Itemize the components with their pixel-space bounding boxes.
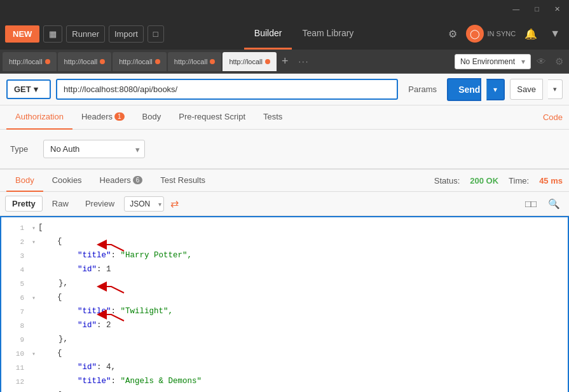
url-tab-3[interactable]: http://locall <box>168 52 222 71</box>
save-chevron-button[interactable]: ▾ <box>548 79 563 99</box>
runner-button[interactable]: Runner <box>66 25 105 43</box>
add-tab-button[interactable]: + <box>278 53 292 69</box>
json-line-content: "id": 1 <box>39 263 111 276</box>
params-button[interactable]: Params <box>403 82 442 97</box>
json-line: 5 }, <box>1 277 568 291</box>
settings-icon[interactable]: ⚙ <box>444 25 461 43</box>
close-button[interactable]: ✕ <box>551 4 564 15</box>
method-select[interactable]: GET ▾ <box>6 79 51 99</box>
auth-section: Type No Auth Basic Auth Bearer Token OAu… <box>0 130 569 169</box>
tab-body-response[interactable]: Body <box>6 169 43 192</box>
json-line: 12 "title": "Angels & Demons" <box>1 375 568 389</box>
auth-type-select-wrap: No Auth Basic Auth Bearer Token OAuth 2.… <box>43 140 145 158</box>
tab-headers[interactable]: Headers 1 <box>72 105 134 130</box>
output-container: 1▾[2▾ {3 "title": "Harry Potter",4 "id":… <box>0 216 569 392</box>
fold-indicator[interactable]: ▾ <box>32 349 36 360</box>
url-tab-2[interactable]: http://locall <box>113 52 167 71</box>
code-link[interactable]: Code <box>543 112 563 122</box>
url-tab-0[interactable]: http://locall <box>3 52 57 71</box>
tab-test-results-response[interactable]: Test Results <box>151 169 214 192</box>
tab-body[interactable]: Body <box>134 105 170 130</box>
format-pretty-tab[interactable]: Pretty <box>5 196 43 212</box>
url-tab-4[interactable]: http://locall <box>223 52 277 71</box>
json-line: 1▾[ <box>1 221 568 235</box>
environment-section: No Environment ▾ 👁 ⚙ <box>455 54 566 69</box>
sync-badge: ◯ IN SYNC <box>466 25 516 43</box>
send-chevron-button[interactable]: ▾ <box>486 79 505 100</box>
fold-indicator[interactable]: ▾ <box>32 293 36 304</box>
url-tabs-container: http://locallhttp://locallhttp://locallh… <box>3 52 277 71</box>
main-nav: Builder Team Library <box>168 18 441 50</box>
url-input[interactable] <box>56 79 398 100</box>
more-tabs-button[interactable]: ··· <box>293 55 314 67</box>
maximize-button[interactable]: □ <box>531 4 543 14</box>
time-value: 45 ms <box>539 176 563 186</box>
search-button[interactable]: 🔍 <box>544 196 564 212</box>
json-line-content: "title": "Angels & Demons" <box>39 375 202 388</box>
copy-button[interactable]: □□ <box>521 196 540 212</box>
json-line-content: { <box>38 235 62 248</box>
status-value: 200 OK <box>470 176 498 186</box>
json-line-content: "id": 4, <box>39 361 116 374</box>
json-line-content: "title": "Harry Potter", <box>39 249 192 262</box>
new-button[interactable]: NEW <box>5 25 39 43</box>
save-button[interactable]: Save <box>510 79 543 100</box>
time-label: Time: <box>509 176 529 186</box>
json-line-content: { <box>38 347 62 360</box>
header-right: ⚙ ◯ IN SYNC 🔔 ▼ <box>444 25 564 43</box>
json-line-content: { <box>38 291 62 304</box>
url-tab-1[interactable]: http://locall <box>58 52 112 71</box>
fold-indicator[interactable]: ▾ <box>32 237 36 248</box>
nav-team-library[interactable]: Team Library <box>292 18 364 50</box>
bell-icon[interactable]: 🔔 <box>521 25 541 43</box>
response-status: Status: 200 OK Time: 45 ms <box>434 176 563 186</box>
tab-tests[interactable]: Tests <box>254 105 291 130</box>
status-label: Status: <box>434 176 460 186</box>
format-preview-tab[interactable]: Preview <box>78 196 121 212</box>
response-tabs: Body Cookies Headers 6 Test Results Stat… <box>0 169 569 192</box>
json-line-content: }, <box>39 277 68 290</box>
json-line: 11 "id": 4, <box>1 361 568 375</box>
json-line: 3 "title": "Harry Potter", <box>1 249 568 263</box>
auth-type-select[interactable]: No Auth Basic Auth Bearer Token OAuth 2.… <box>43 140 145 158</box>
json-line: 2▾ { <box>1 235 568 249</box>
headers-badge: 1 <box>114 112 125 121</box>
env-eye-icon[interactable]: 👁 <box>533 55 549 68</box>
layout-icon-button[interactable]: ▦ <box>43 25 62 43</box>
send-button[interactable]: Send <box>447 78 481 101</box>
environment-select[interactable]: No Environment ▾ <box>455 54 531 69</box>
method-chevron-icon: ▾ <box>34 84 38 94</box>
header: NEW ▦ Runner Import □ Builder Team Libra… <box>0 18 569 50</box>
json-line: 13 } <box>1 389 568 392</box>
tab-headers-response[interactable]: Headers 6 <box>91 169 152 192</box>
auth-type-label: Type <box>10 144 36 154</box>
sync-icon: ◯ <box>466 25 484 43</box>
wrap-icon[interactable]: ⇄ <box>167 196 182 211</box>
json-output: 1▾[2▾ {3 "title": "Harry Potter",4 "id":… <box>0 216 569 392</box>
env-gear-icon[interactable]: ⚙ <box>552 55 566 69</box>
json-line-content: } <box>39 389 64 392</box>
sync-text: IN SYNC <box>488 30 516 37</box>
fold-indicator[interactable]: ▾ <box>32 223 36 234</box>
format-raw-tab[interactable]: Raw <box>45 196 76 212</box>
json-line: 9 }, <box>1 333 568 347</box>
json-line-content: [ <box>38 221 43 234</box>
title-bar: — □ ✕ <box>0 0 569 18</box>
new-tab-icon-button[interactable]: □ <box>147 25 164 43</box>
import-button[interactable]: Import <box>109 25 144 43</box>
json-line: 4 "id": 1 <box>1 263 568 277</box>
json-line-content: }, <box>39 333 68 346</box>
json-line: 10▾ { <box>1 347 568 361</box>
request-bar: GET ▾ Params Send ▾ Save ▾ <box>0 74 569 105</box>
format-select-wrap: JSON XML HTML Text <box>124 196 164 212</box>
tab-cookies-response[interactable]: Cookies <box>43 169 91 192</box>
tab-authorization[interactable]: Authorization <box>6 105 72 130</box>
format-select[interactable]: JSON XML HTML Text <box>124 196 164 212</box>
menu-chevron-icon[interactable]: ▼ <box>546 25 564 42</box>
nav-builder[interactable]: Builder <box>244 18 292 50</box>
minimize-button[interactable]: — <box>509 4 523 14</box>
json-line-content: "title": "Twilight", <box>39 305 173 318</box>
json-line-content: "id": 2 <box>39 319 111 332</box>
tab-pre-request-script[interactable]: Pre-request Script <box>170 105 254 130</box>
env-label: No Environment <box>460 57 515 66</box>
